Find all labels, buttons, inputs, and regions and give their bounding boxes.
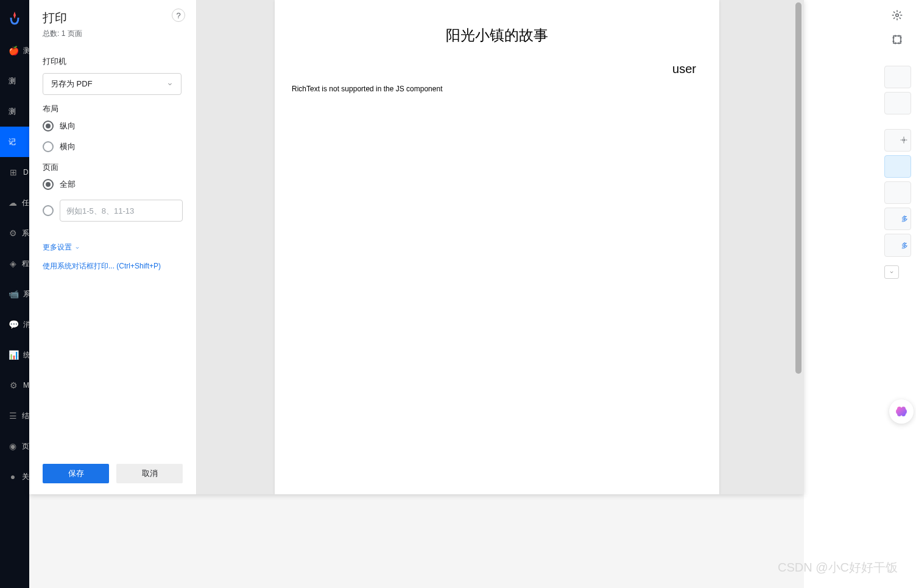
sidebar-item-9[interactable]: 💬消	[0, 309, 29, 340]
help-button[interactable]: ?	[172, 9, 185, 22]
sidebar-item-3-active[interactable]: 记	[0, 127, 29, 157]
sidebar-item-4[interactable]: ⊞D	[0, 157, 29, 187]
more-settings-link[interactable]: 更多设置	[43, 242, 80, 253]
dot-icon: ●	[9, 472, 17, 481]
pages-range-radio[interactable]	[43, 200, 183, 222]
panel-row-7[interactable]: 多	[884, 234, 911, 256]
print-dialog: 打印 总数: 1 页面 ? 打印机 另存为 PDF 布局 纵向	[29, 0, 804, 494]
print-header: 打印 总数: 1 页面 ?	[29, 0, 196, 46]
sidebar-item-5[interactable]: ☁任	[0, 187, 29, 218]
diamond-icon: ◈	[9, 259, 17, 268]
sidebar-item-0[interactable]: 🍎测	[0, 35, 29, 66]
radio-unchecked-icon	[43, 205, 54, 216]
brain-icon	[894, 404, 909, 419]
right-panel: 多 多	[884, 66, 911, 279]
gear-icon: ⚙	[9, 228, 17, 238]
pages-range-input[interactable]	[60, 200, 183, 222]
sidebar-item-14[interactable]: ●关	[0, 461, 29, 492]
preview-scrollbar[interactable]	[795, 2, 802, 374]
print-page-count: 总数: 1 页面	[43, 29, 183, 39]
svg-point-2	[903, 139, 905, 141]
layout-portrait-label: 纵向	[60, 121, 76, 131]
chevron-down-icon	[74, 245, 80, 251]
print-title: 打印	[43, 10, 183, 26]
panel-collapse-button[interactable]	[884, 265, 899, 279]
panel-row-1[interactable]	[884, 66, 911, 88]
sidebar-item-7[interactable]: ◈程	[0, 248, 29, 279]
chart-icon: 📊	[9, 350, 18, 360]
system-dialog-link[interactable]: 使用系统对话框打印... (Ctrl+Shift+P)	[43, 261, 183, 271]
video-icon: 📹	[9, 289, 18, 299]
printer-section: 打印机 另存为 PDF	[43, 56, 183, 95]
document-body: RichText is not supported in the JS comp…	[292, 85, 719, 93]
svg-rect-1	[893, 36, 901, 43]
logo-icon	[7, 10, 22, 25]
save-button[interactable]: 保存	[43, 464, 109, 483]
app-sidebar: 🍎测 测 测 记 ⊞D ☁任 ⚙系 ◈程 📹系 💬消 📊统 ⚙M ☰结 ◉页 ●…	[0, 0, 29, 588]
gear2-icon: ⚙	[9, 380, 18, 390]
printer-selected-value: 另存为 PDF	[51, 79, 93, 89]
panel-row-2[interactable]	[884, 92, 911, 114]
radio-checked-icon	[43, 121, 54, 131]
panel-row-6[interactable]: 多	[884, 208, 911, 230]
layout-section: 布局 纵向 横向	[43, 103, 183, 152]
print-preview-area: 阳光小镇的故事 user RichText is not supported i…	[197, 0, 804, 494]
app-logo	[0, 0, 29, 35]
layout-landscape-radio[interactable]: 横向	[43, 141, 183, 152]
sidebar-item-11[interactable]: ⚙M	[0, 370, 29, 401]
sidebar-item-6[interactable]: ⚙系	[0, 218, 29, 248]
print-body: 打印机 另存为 PDF 布局 纵向 横向 页面	[29, 46, 196, 455]
pages-label: 页面	[43, 162, 183, 173]
print-footer: 保存 取消	[29, 455, 196, 494]
printer-select[interactable]: 另存为 PDF	[43, 73, 181, 95]
panel-row-4-active[interactable]	[884, 155, 911, 178]
sidebar-item-2[interactable]: 测	[0, 96, 29, 127]
chat-icon: 💬	[9, 320, 18, 329]
printer-label: 打印机	[43, 56, 183, 67]
radio-unchecked-icon	[43, 141, 54, 152]
sidebar-item-13[interactable]: ◉页	[0, 431, 29, 461]
ai-assistant-button[interactable]	[889, 399, 914, 424]
page-icon: ◉	[9, 441, 17, 451]
pages-section: 页面 全部	[43, 162, 183, 222]
grid-icon: ⊞	[9, 167, 18, 177]
radio-checked-icon	[43, 179, 54, 190]
frame-icon	[892, 34, 903, 45]
document-author: user	[275, 62, 696, 76]
cloud-icon: ☁	[9, 198, 17, 208]
layout-label: 布局	[43, 103, 183, 114]
layout-portrait-radio[interactable]: 纵向	[43, 121, 183, 131]
sidebar-item-1[interactable]: 测	[0, 66, 29, 96]
cancel-button[interactable]: 取消	[116, 464, 183, 483]
pages-all-radio[interactable]: 全部	[43, 179, 183, 190]
layers-icon: ☰	[9, 411, 17, 421]
frame-tool-button[interactable]	[887, 29, 907, 50]
layout-landscape-label: 横向	[60, 141, 76, 152]
svg-point-0	[896, 14, 899, 17]
settings-tool-button[interactable]	[887, 5, 907, 26]
panel-row-3[interactable]	[884, 129, 911, 152]
panel-row-5[interactable]	[884, 181, 911, 204]
chevron-down-icon	[166, 80, 174, 88]
pages-all-label: 全部	[60, 179, 76, 190]
gear-icon	[900, 136, 908, 144]
sidebar-item-12[interactable]: ☰结	[0, 401, 29, 431]
sidebar-item-10[interactable]: 📊统	[0, 340, 29, 370]
print-settings-panel: 打印 总数: 1 页面 ? 打印机 另存为 PDF 布局 纵向	[29, 0, 197, 494]
right-toolbar	[887, 5, 907, 54]
document-title: 阳光小镇的故事	[275, 26, 719, 45]
sidebar-item-8[interactable]: 📹系	[0, 279, 29, 309]
preview-page: 阳光小镇的故事 user RichText is not supported i…	[275, 0, 719, 494]
chevron-down-icon	[889, 269, 895, 275]
gear-icon	[892, 10, 903, 21]
apple-icon: 🍎	[9, 46, 18, 55]
